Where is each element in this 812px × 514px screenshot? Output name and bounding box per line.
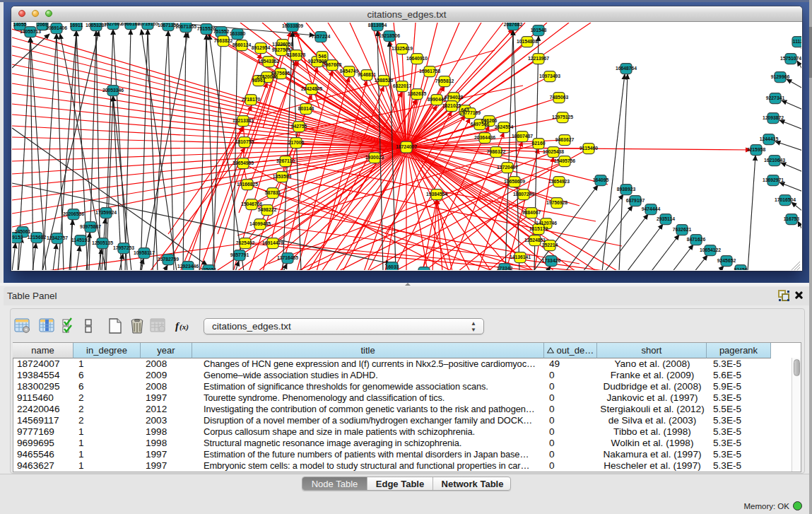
svg-text:16648764: 16648764 (616, 66, 637, 71)
svg-text:17957253: 17957253 (113, 245, 134, 250)
svg-text:217006: 217006 (288, 140, 305, 145)
svg-text:16914479: 16914479 (262, 240, 283, 245)
svg-text:8990448: 8990448 (428, 97, 447, 102)
svg-text:9463627: 9463627 (555, 137, 575, 142)
svg-text:13692971: 13692971 (763, 177, 784, 182)
svg-text:10671355: 10671355 (175, 24, 196, 29)
svg-text:12213381: 12213381 (233, 118, 254, 123)
svg-text:16543362: 16543362 (258, 59, 279, 64)
svg-text:19384554: 19384554 (426, 192, 447, 197)
svg-text:9146811: 9146811 (358, 72, 376, 77)
svg-text:7663822: 7663822 (214, 38, 233, 43)
svg-text:9327505: 9327505 (272, 47, 291, 52)
svg-text:9227341: 9227341 (766, 95, 785, 100)
svg-text:101548: 101548 (531, 28, 547, 33)
svg-text:88130: 88130 (418, 269, 431, 270)
svg-text:15046766: 15046766 (241, 201, 262, 206)
svg-text:14120746: 14120746 (536, 221, 557, 226)
svg-text:39153: 39153 (12, 235, 23, 240)
svg-text:13654923: 13654923 (548, 179, 570, 184)
svg-text:10154808: 10154808 (517, 39, 538, 44)
svg-text:15495756: 15495756 (554, 158, 575, 163)
svg-text:17359924: 17359924 (95, 210, 117, 215)
svg-text:164095: 164095 (593, 177, 609, 182)
svg-text:2967608: 2967608 (323, 62, 342, 67)
svg-text:16782759: 16782759 (158, 257, 179, 262)
svg-text:20053346: 20053346 (102, 88, 124, 93)
svg-text:1930023: 1930023 (365, 155, 384, 160)
svg-text:5498222: 5498222 (258, 207, 277, 212)
svg-text:10025438: 10025438 (543, 149, 564, 154)
svg-text:7485063: 7485063 (550, 95, 569, 100)
svg-text:16640910: 16640910 (406, 56, 428, 61)
svg-text:252214: 252214 (542, 243, 558, 247)
svg-text:10719155: 10719155 (137, 23, 158, 26)
svg-text:14136141: 14136141 (510, 255, 531, 259)
svg-text:16210643: 16210643 (764, 158, 785, 163)
svg-text:16961758: 16961758 (419, 69, 440, 74)
svg-text:92456: 92456 (734, 267, 748, 270)
svg-text:10958117: 10958117 (134, 250, 155, 255)
svg-text:9115460: 9115460 (579, 146, 598, 151)
svg-text:13716485: 13716485 (277, 255, 298, 260)
svg-text:1362635: 1362635 (408, 91, 427, 96)
svg-text:1215682: 1215682 (28, 235, 47, 240)
svg-text:546: 546 (318, 54, 326, 59)
svg-text:7632621: 7632621 (673, 227, 692, 232)
svg-text:145061: 145061 (15, 229, 31, 234)
svg-text:13720407: 13720407 (497, 165, 518, 170)
svg-text:10654122: 10654122 (700, 247, 721, 252)
svg-text:19756928: 19756928 (546, 200, 567, 205)
svg-text:18807249: 18807249 (513, 192, 534, 197)
svg-text:20364436: 20364436 (474, 135, 495, 140)
svg-text:1112: 1112 (793, 39, 801, 44)
svg-text:14055713: 14055713 (20, 29, 41, 34)
svg-text:7625402: 7625402 (236, 240, 255, 245)
svg-text:13325419: 13325419 (392, 46, 413, 51)
svg-text:15751074: 15751074 (780, 56, 801, 61)
svg-text:20206536: 20206536 (63, 211, 84, 216)
svg-text:7357224: 7357224 (312, 34, 331, 39)
svg-text:116753: 116753 (784, 216, 800, 221)
svg-text:8471626: 8471626 (687, 237, 706, 242)
svg-text:7986322: 7986322 (487, 149, 506, 154)
svg-text:6322017: 6322017 (393, 83, 412, 88)
svg-text:16033: 16033 (386, 264, 399, 269)
svg-text:10807487: 10807487 (512, 134, 533, 139)
svg-text:8938923: 8938923 (617, 187, 636, 192)
svg-text:10973493: 10973493 (539, 74, 560, 78)
svg-text:587831: 587831 (265, 190, 281, 195)
svg-text:14099485: 14099485 (249, 221, 271, 226)
svg-text:8912954: 8912954 (252, 45, 271, 50)
svg-text:12093872: 12093872 (763, 115, 784, 120)
svg-text:16911: 16911 (70, 23, 83, 28)
svg-text:1733426: 1733426 (542, 258, 561, 263)
svg-text:9794028: 9794028 (445, 95, 464, 100)
svg-text:2087682: 2087682 (504, 23, 523, 27)
svg-text:942755: 942755 (291, 124, 307, 129)
svg-text:1621025: 1621025 (442, 103, 461, 108)
svg-text:19166825: 19166825 (237, 182, 258, 187)
svg-text:12213967: 12213967 (528, 56, 549, 61)
svg-text:9129966: 9129966 (771, 74, 790, 79)
svg-text:3624554: 3624554 (495, 124, 514, 129)
svg-text:12975125: 12975125 (552, 115, 573, 119)
svg-text:8454749: 8454749 (340, 69, 359, 74)
svg-text:12923446: 12923446 (177, 264, 199, 269)
svg-text:18724007: 18724007 (396, 144, 417, 149)
svg-text:6879197: 6879197 (626, 198, 645, 203)
svg-text:125051: 125051 (201, 267, 217, 270)
svg-text:1815172: 1815172 (529, 226, 548, 231)
svg-text:12342757: 12342757 (47, 235, 68, 240)
svg-text:6497566: 6497566 (471, 122, 490, 127)
svg-text:2935114: 2935114 (657, 216, 675, 221)
svg-text:93975867: 93975867 (80, 224, 101, 229)
svg-text:20691406: 20691406 (46, 25, 67, 30)
svg-text:10658609: 10658609 (504, 179, 525, 184)
svg-text:9245652: 9245652 (717, 258, 736, 263)
svg-text:3215958: 3215958 (747, 147, 766, 152)
svg-text:62160: 62160 (532, 141, 546, 146)
svg-text:3267110: 3267110 (276, 158, 295, 163)
svg-text:2718170: 2718170 (242, 97, 261, 102)
svg-text:1145193: 1145193 (71, 238, 90, 243)
